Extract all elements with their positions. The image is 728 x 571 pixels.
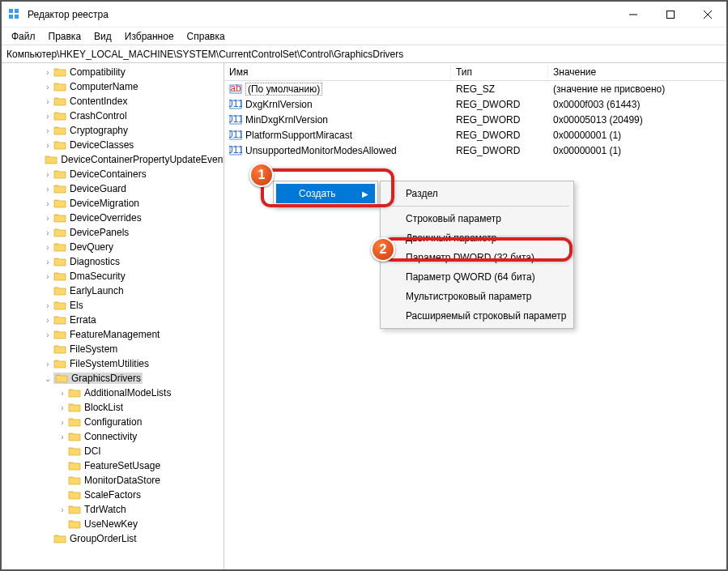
tree-item[interactable]: ›DeviceContainers — [2, 167, 224, 181]
tree-label: ComputerName — [70, 81, 138, 92]
tree-item[interactable]: ›FileSystem — [2, 342, 224, 356]
svg-rect-2 — [9, 15, 13, 19]
binary-value-icon: 011 — [229, 113, 242, 126]
chevron-right-icon[interactable]: › — [42, 185, 53, 194]
chevron-right-icon[interactable]: › — [57, 505, 68, 514]
tree-item[interactable]: ›FeatureManagement — [2, 327, 224, 342]
menu-item-create[interactable]: Создать▶ — [276, 184, 375, 203]
registry-value-row[interactable]: ab(По умолчанию)REG_SZ(значение не присв… — [224, 81, 726, 96]
value-name: MinDxgKrnlVersion — [245, 114, 328, 126]
tree-item[interactable]: ›Els — [2, 298, 224, 313]
menu-item[interactable]: Мультистроковый параметр — [383, 287, 571, 306]
chevron-right-icon[interactable]: › — [57, 389, 68, 398]
chevron-right-icon[interactable]: › — [42, 141, 53, 150]
close-button[interactable] — [689, 2, 726, 28]
chevron-right-icon[interactable]: › — [42, 316, 53, 325]
context-submenu-types[interactable]: РазделСтроковый параметрДвоичный парамет… — [380, 181, 574, 329]
titlebar: Редактор реестра — [2, 2, 726, 28]
tree-item[interactable]: ›BlockList — [2, 400, 224, 415]
menu-item[interactable]: Раздел — [383, 184, 571, 203]
tree-item[interactable]: ›Connectivity — [2, 429, 224, 444]
chevron-right-icon[interactable]: › — [42, 83, 53, 92]
tree-item[interactable]: ›DeviceClasses — [2, 138, 224, 152]
chevron-right-icon[interactable]: › — [57, 433, 68, 441]
chevron-right-icon[interactable]: › — [42, 97, 53, 106]
chevron-right-icon[interactable]: › — [42, 258, 53, 266]
chevron-right-icon[interactable]: › — [42, 272, 53, 281]
tree-item[interactable]: ›CrashControl — [2, 109, 224, 123]
tree-item[interactable]: ›DmaSecurity — [2, 269, 224, 283]
chevron-right-icon[interactable]: › — [42, 228, 53, 237]
tree-item[interactable]: ›FeatureSetUsage — [2, 458, 224, 473]
tree-item[interactable]: ›MonitorDataStore — [2, 473, 224, 488]
menu-правка[interactable]: Правка — [42, 29, 88, 44]
menu-item[interactable]: Параметр DWORD (32 бита) — [383, 248, 571, 267]
value-type: REG_SZ — [451, 83, 548, 96]
menu-файл[interactable]: Файл — [5, 29, 42, 44]
chevron-right-icon[interactable]: › — [42, 112, 53, 121]
tree-item[interactable]: ⌄GraphicsDrivers — [2, 371, 224, 386]
tree-item[interactable]: ›ComputerName — [2, 79, 224, 94]
chevron-right-icon[interactable]: › — [57, 403, 68, 412]
chevron-right-icon[interactable]: › — [42, 243, 53, 252]
folder-icon — [53, 125, 66, 136]
menu-справка[interactable]: Справка — [181, 29, 232, 44]
tree-item[interactable]: ›DevQuery — [2, 240, 224, 254]
menu-избранное[interactable]: Избранное — [118, 29, 181, 44]
tree-item[interactable]: ›DeviceContainerPropertyUpdateEvents — [2, 152, 224, 167]
tree-item[interactable]: ›UseNewKey — [2, 517, 224, 531]
chevron-right-icon[interactable]: › — [42, 360, 53, 369]
menu-вид[interactable]: Вид — [87, 29, 118, 44]
menu-item[interactable]: Двоичный параметр — [383, 228, 571, 248]
tree-item[interactable]: ›DeviceGuard — [2, 181, 224, 196]
chevron-right-icon[interactable]: › — [42, 330, 53, 339]
menu-item[interactable]: Параметр QWORD (64 бита) — [383, 267, 571, 287]
folder-icon — [53, 139, 66, 151]
registry-value-row[interactable]: 011PlatformSupportMiracastREG_DWORD0x000… — [224, 127, 726, 143]
menu-item[interactable]: Строковый параметр — [383, 209, 571, 228]
folder-icon — [68, 416, 81, 428]
tree-label: Configuration — [84, 416, 142, 428]
maximize-button[interactable] — [652, 2, 689, 28]
chevron-right-icon[interactable]: › — [42, 126, 53, 135]
minimize-button[interactable] — [615, 2, 652, 28]
tree-label: ContentIndex — [70, 96, 127, 107]
col-header-type[interactable]: Тип — [451, 65, 548, 79]
list-pane[interactable]: Имя Тип Значение ab(По умолчанию)REG_SZ(… — [224, 63, 726, 569]
menu-item[interactable]: Расширяемый строковый параметр — [383, 306, 571, 326]
chevron-right-icon[interactable]: › — [42, 68, 53, 77]
chevron-down-icon[interactable]: ⌄ — [42, 374, 53, 383]
tree-item[interactable]: ›AdditionalModeLists — [2, 386, 224, 400]
chevron-right-icon[interactable]: › — [42, 170, 53, 179]
tree-item[interactable]: ›GroupOrderList — [2, 531, 224, 546]
col-header-name[interactable]: Имя — [224, 65, 451, 79]
tree-item[interactable]: ›Configuration — [2, 415, 224, 429]
tree-item[interactable]: ›ScaleFactors — [2, 488, 224, 502]
registry-value-row[interactable]: 011UnsupportedMonitorModesAllowedREG_DWO… — [224, 143, 726, 158]
col-header-value[interactable]: Значение — [548, 65, 726, 79]
tree-item[interactable]: ›EarlyLaunch — [2, 283, 224, 298]
tree-item[interactable]: ›Diagnostics — [2, 254, 224, 269]
tree-item[interactable]: ›Compatibility — [2, 65, 224, 79]
tree-pane[interactable]: ›Compatibility›ComputerName›ContentIndex… — [2, 63, 224, 569]
tree-item[interactable]: ›ContentIndex — [2, 94, 224, 109]
tree-item[interactable]: ›TdrWatch — [2, 502, 224, 517]
tree-item[interactable]: ›DCI — [2, 444, 224, 458]
tree-label: Compatibility — [70, 66, 126, 78]
tree-item[interactable]: ›Errata — [2, 313, 224, 327]
chevron-right-icon[interactable]: › — [42, 301, 53, 310]
registry-value-row[interactable]: 011MinDxgKrnlVersionREG_DWORD0x00005013 … — [224, 112, 726, 127]
tree-item[interactable]: ›DeviceMigration — [2, 196, 224, 211]
registry-value-row[interactable]: 011DxgKrnlVersionREG_DWORD0x0000f003 (61… — [224, 96, 726, 112]
address-bar[interactable]: Компьютер\HKEY_LOCAL_MACHINE\SYSTEM\Curr… — [2, 45, 726, 63]
folder-icon — [53, 300, 66, 311]
chevron-right-icon[interactable]: › — [42, 199, 53, 208]
chevron-right-icon[interactable]: › — [42, 214, 53, 223]
tree-item[interactable]: ›Cryptography — [2, 123, 224, 138]
string-value-icon: ab — [229, 83, 242, 96]
tree-item[interactable]: ›DevicePanels — [2, 225, 224, 240]
chevron-right-icon[interactable]: › — [57, 418, 68, 427]
context-menu-create[interactable]: Создать▶ — [273, 181, 378, 207]
tree-item[interactable]: ›FileSystemUtilities — [2, 356, 224, 371]
tree-item[interactable]: ›DeviceOverrides — [2, 211, 224, 225]
